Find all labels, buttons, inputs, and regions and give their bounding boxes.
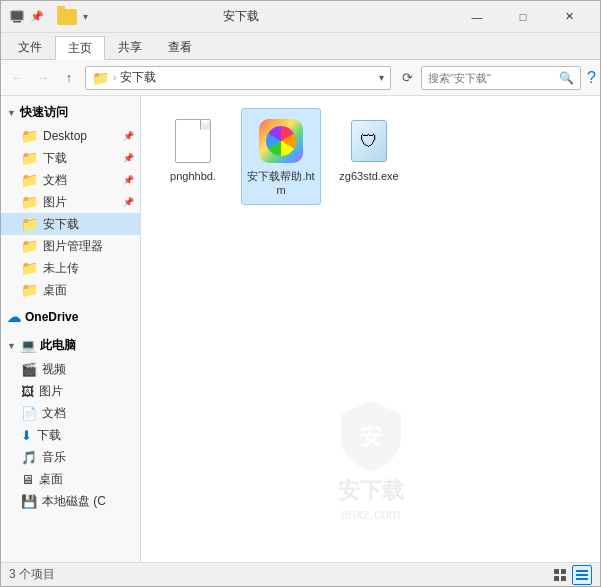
folder-icon: 📁 bbox=[21, 216, 38, 232]
this-pc-label: 此电脑 bbox=[40, 337, 76, 354]
sidebar-item-download[interactable]: 📁 下载 📌 bbox=[1, 147, 140, 169]
explorer-window: 📌 ▾ 安下载 — □ ✕ 文件 主页 共享 查看 ← → ↑ 📁 › 安下载 … bbox=[0, 0, 601, 587]
back-button[interactable]: ← bbox=[5, 66, 29, 90]
file-item-htm[interactable]: 安下载帮助.htm bbox=[241, 108, 321, 205]
sidebar-item-pic-manager[interactable]: 📁 图片管理器 bbox=[1, 235, 140, 257]
tab-share[interactable]: 共享 bbox=[105, 35, 155, 59]
svg-rect-4 bbox=[561, 569, 566, 574]
sidebar-item-music[interactable]: 🎵 音乐 bbox=[1, 446, 140, 468]
tab-home[interactable]: 主页 bbox=[55, 36, 105, 60]
onedrive-icon: ☁ bbox=[7, 309, 21, 325]
ribbon: 文件 主页 共享 查看 bbox=[1, 33, 600, 60]
sidebar-item-label: 桌面 bbox=[39, 471, 63, 488]
sidebar-item-not-uploaded[interactable]: 📁 未上传 bbox=[1, 257, 140, 279]
sidebar-item-videos[interactable]: 🎬 视频 bbox=[1, 358, 140, 380]
help-button[interactable]: ? bbox=[587, 69, 596, 87]
sidebar-quick-access-header[interactable]: ▼ 快速访问 bbox=[1, 100, 140, 125]
sidebar-item-label: 文档 bbox=[42, 405, 66, 422]
sidebar-item-label: Desktop bbox=[43, 129, 87, 143]
sidebar-item-label: 图片 bbox=[39, 383, 63, 400]
minimize-button[interactable]: — bbox=[454, 2, 500, 32]
sidebar-item-label: 未上传 bbox=[43, 260, 79, 277]
folder-icon bbox=[57, 9, 77, 25]
folder-icon: 📁 bbox=[21, 172, 38, 188]
pin-icon: 📌 bbox=[123, 131, 134, 141]
close-button[interactable]: ✕ bbox=[546, 2, 592, 32]
tab-file[interactable]: 文件 bbox=[5, 35, 55, 59]
up-button[interactable]: ↑ bbox=[57, 66, 81, 90]
ribbon-tab-list: 文件 主页 共享 查看 bbox=[1, 33, 600, 59]
htm-icon-inner bbox=[266, 126, 296, 156]
files-grid: pnghhbd. 安下载帮助.htm bbox=[153, 108, 588, 205]
download-icon: ⬇ bbox=[21, 428, 32, 443]
svg-rect-6 bbox=[561, 576, 566, 581]
address-bar[interactable]: 📁 › 安下载 ▾ bbox=[85, 66, 391, 90]
search-bar[interactable]: 🔍 bbox=[421, 66, 581, 90]
sidebar-item-label: 音乐 bbox=[42, 449, 66, 466]
tab-view[interactable]: 查看 bbox=[155, 35, 205, 59]
sidebar-item-pc-download[interactable]: ⬇ 下载 bbox=[1, 424, 140, 446]
sidebar-item-label: 文档 bbox=[43, 172, 67, 189]
exe-box: 🛡 bbox=[351, 120, 387, 162]
this-pc-chevron: ▼ bbox=[7, 341, 16, 351]
watermark-shield-icon: 安 bbox=[331, 396, 411, 476]
sidebar-item-label: 安下载 bbox=[43, 216, 79, 233]
file-icon-wrap: 🛡 bbox=[345, 115, 393, 167]
watermark: 安 安下载 anxz.com bbox=[331, 396, 411, 522]
file-item-exe[interactable]: 🛡 zg63std.exe bbox=[329, 108, 409, 205]
address-dropdown-icon[interactable]: ▾ bbox=[379, 72, 384, 83]
watermark-sub: anxz.com bbox=[341, 506, 401, 522]
svg-rect-8 bbox=[576, 574, 588, 576]
folder-icon: 📁 bbox=[21, 150, 38, 166]
file-icon-wrap bbox=[169, 115, 217, 167]
music-icon: 🎵 bbox=[21, 450, 37, 465]
svg-rect-1 bbox=[13, 21, 21, 23]
sidebar-onedrive-header[interactable]: ☁ OneDrive bbox=[1, 305, 140, 329]
view-buttons bbox=[550, 565, 592, 585]
sidebar: ▼ 快速访问 📁 Desktop 📌 📁 下载 📌 📁 文档 📌 📁 图片 bbox=[1, 96, 141, 562]
sidebar-item-local-disk[interactable]: 💾 本地磁盘 (C bbox=[1, 490, 140, 512]
sidebar-item-label: 下载 bbox=[43, 150, 67, 167]
sidebar-item-pc-pictures[interactable]: 🖼 图片 bbox=[1, 380, 140, 402]
desktop-icon: 🖥 bbox=[21, 472, 34, 487]
sidebar-item-label: 视频 bbox=[42, 361, 66, 378]
sidebar-item-docs[interactable]: 📁 文档 📌 bbox=[1, 169, 140, 191]
folder-icon: 📁 bbox=[21, 238, 38, 254]
sidebar-item-label: 桌面 bbox=[43, 282, 67, 299]
image-icon: 🖼 bbox=[21, 384, 34, 399]
forward-button[interactable]: → bbox=[31, 66, 55, 90]
sidebar-item-pc-docs[interactable]: 📄 文档 bbox=[1, 402, 140, 424]
generic-file-icon bbox=[175, 119, 211, 163]
maximize-button[interactable]: □ bbox=[500, 2, 546, 32]
file-item-pnghhbd[interactable]: pnghhbd. bbox=[153, 108, 233, 205]
svg-rect-5 bbox=[554, 576, 559, 581]
search-icon[interactable]: 🔍 bbox=[559, 71, 574, 85]
grid-view-button[interactable] bbox=[550, 565, 570, 585]
folder-icon: 📁 bbox=[21, 260, 38, 276]
sidebar-item-zhuo-mian[interactable]: 📁 桌面 bbox=[1, 279, 140, 301]
file-icon-wrap bbox=[257, 115, 305, 167]
refresh-button[interactable]: ⟳ bbox=[395, 66, 419, 90]
file-label: 安下载帮助.htm bbox=[246, 169, 316, 198]
main-area: ▼ 快速访问 📁 Desktop 📌 📁 下载 📌 📁 文档 📌 📁 图片 bbox=[1, 96, 600, 562]
address-crumb: 安下载 bbox=[120, 69, 156, 86]
sidebar-item-pc-desktop[interactable]: 🖥 桌面 bbox=[1, 468, 140, 490]
sidebar-item-label: 图片管理器 bbox=[43, 238, 103, 255]
sidebar-item-label: 图片 bbox=[43, 194, 67, 211]
search-input[interactable] bbox=[428, 72, 555, 84]
folder-icon: 📁 bbox=[21, 128, 38, 144]
sidebar-item-anxiazai[interactable]: 📁 安下载 bbox=[1, 213, 140, 235]
list-view-button[interactable] bbox=[572, 565, 592, 585]
sidebar-item-pictures[interactable]: 📁 图片 📌 bbox=[1, 191, 140, 213]
exe-file-icon: 🛡 bbox=[349, 119, 389, 163]
window-controls: — □ ✕ bbox=[454, 2, 592, 32]
video-icon: 🎬 bbox=[21, 362, 37, 377]
sidebar-item-label: 本地磁盘 (C bbox=[42, 493, 106, 510]
folder-icon: 📁 bbox=[21, 194, 38, 210]
quick-access-label: 快速访问 bbox=[20, 104, 68, 121]
pin-icon: 📌 bbox=[123, 153, 134, 163]
sidebar-thispc-header[interactable]: ▼ 💻 此电脑 bbox=[1, 333, 140, 358]
pin-icon: 📌 bbox=[123, 197, 134, 207]
svg-rect-0 bbox=[11, 11, 23, 20]
sidebar-item-desktop[interactable]: 📁 Desktop 📌 bbox=[1, 125, 140, 147]
